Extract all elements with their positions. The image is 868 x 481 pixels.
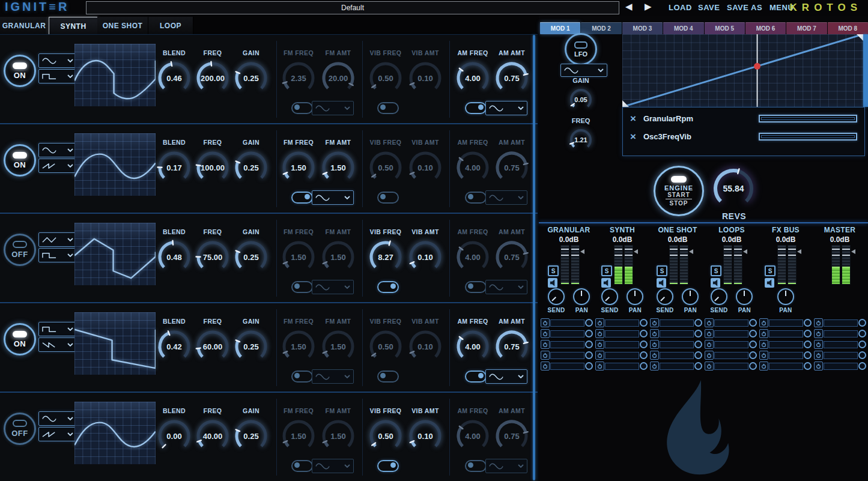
matrix-slider[interactable]	[550, 352, 584, 359]
level-fader[interactable]	[777, 245, 786, 285]
freq-knob[interactable]: 60.00	[194, 328, 231, 365]
lfo-gain-knob[interactable]: 0.05	[567, 86, 595, 113]
mod-graph-scrollbar[interactable]	[863, 34, 868, 107]
mod-tab-6[interactable]: MOD 6	[745, 22, 786, 34]
matrix-knob[interactable]	[640, 330, 648, 337]
matrix-knob[interactable]	[804, 319, 812, 327]
osc-panel-scrollbar[interactable]	[533, 35, 535, 480]
gain-knob[interactable]: 0.25	[232, 149, 270, 186]
fader-handle[interactable]	[734, 249, 742, 256]
mod-tab-7[interactable]: MOD 7	[786, 22, 827, 34]
am-amt-knob[interactable]: 0.75	[493, 238, 530, 276]
save-as-button[interactable]: SAVE AS	[727, 3, 762, 12]
fader-handle[interactable]	[724, 249, 732, 256]
curve-handle[interactable]	[622, 100, 629, 107]
wave2-select[interactable]	[38, 248, 77, 262]
fader-handle[interactable]	[670, 249, 678, 256]
vib-enable-toggle[interactable]	[377, 281, 399, 293]
matrix-slider[interactable]	[660, 319, 694, 327]
fm-enable-toggle[interactable]	[291, 281, 313, 293]
preset-prev-button[interactable]: ◀	[625, 1, 633, 12]
matrix-knob[interactable]	[640, 351, 648, 359]
tab-granular[interactable]: GRANULAR	[0, 17, 49, 34]
am-enable-toggle[interactable]	[465, 192, 487, 204]
matrix-knob[interactable]	[640, 362, 648, 370]
matrix-knob[interactable]	[804, 330, 812, 337]
am-enable-toggle[interactable]	[465, 371, 487, 383]
matrix-knob[interactable]	[804, 362, 812, 370]
matrix-knob[interactable]	[858, 362, 866, 370]
engine-start-stop-button[interactable]: ENGINE START STOP	[654, 166, 704, 216]
osc-power-toggle[interactable]: OFF	[4, 413, 36, 445]
matrix-slider[interactable]	[660, 352, 694, 359]
fm-wave-select[interactable]	[312, 280, 354, 294]
level-fader[interactable]	[733, 245, 742, 285]
tab-loop[interactable]: LOOP	[148, 17, 193, 34]
matrix-power-button[interactable]	[759, 318, 768, 327]
am-enable-toggle[interactable]	[465, 281, 487, 293]
level-fader[interactable]	[560, 245, 569, 285]
vib-freq-knob[interactable]: 0.50	[367, 149, 404, 186]
mute-button[interactable]	[657, 278, 666, 288]
vib-freq-knob[interactable]: 8.27	[367, 238, 404, 276]
matrix-slider[interactable]	[824, 319, 858, 327]
matrix-knob[interactable]	[858, 319, 866, 327]
level-fader[interactable]	[788, 245, 797, 285]
vib-freq-knob[interactable]: 0.50	[367, 417, 404, 455]
vib-amt-knob[interactable]: 0.10	[407, 238, 444, 276]
mod-tab-2[interactable]: MOD 2	[581, 22, 621, 34]
matrix-power-button[interactable]	[541, 318, 550, 327]
matrix-knob[interactable]	[858, 351, 866, 359]
send-knob[interactable]	[711, 288, 727, 305]
matrix-slider[interactable]	[714, 363, 748, 370]
freq-knob[interactable]: 75.00	[194, 238, 231, 276]
vib-enable-toggle[interactable]	[377, 460, 399, 472]
fader-handle[interactable]	[615, 249, 622, 256]
tab-synth[interactable]: SYNTH	[49, 17, 98, 35]
solo-button[interactable]: S	[548, 265, 559, 276]
wave2-select[interactable]	[38, 159, 77, 173]
matrix-slider[interactable]	[714, 352, 748, 359]
matrix-slider[interactable]	[824, 363, 858, 370]
level-fader[interactable]	[614, 245, 623, 285]
matrix-slider[interactable]	[550, 330, 584, 337]
remove-icon[interactable]: ×	[630, 132, 636, 142]
gain-knob[interactable]: 0.25	[232, 238, 270, 276]
remove-icon[interactable]: ×	[630, 113, 636, 124]
preset-selector[interactable]: Default	[86, 1, 619, 14]
wave2-select[interactable]	[38, 427, 77, 441]
pan-knob[interactable]	[573, 288, 590, 305]
fader-handle[interactable]	[625, 249, 633, 256]
matrix-slider[interactable]	[660, 363, 694, 370]
matrix-power-button[interactable]	[759, 351, 768, 360]
matrix-power-button[interactable]	[650, 362, 659, 371]
mod-tab-3[interactable]: MOD 3	[622, 22, 663, 34]
wave1-select[interactable]	[38, 143, 77, 157]
vib-amt-knob[interactable]: 0.10	[407, 417, 444, 455]
fader-handle[interactable]	[571, 249, 579, 256]
fm-wave-select[interactable]	[312, 101, 354, 115]
matrix-power-button[interactable]	[541, 340, 550, 349]
fm-wave-select[interactable]	[312, 190, 354, 205]
matrix-power-button[interactable]	[705, 329, 714, 338]
fm-amt-knob[interactable]: 1.50	[320, 238, 357, 276]
am-wave-select[interactable]	[485, 101, 527, 115]
mute-button[interactable]	[765, 278, 774, 288]
level-fader[interactable]	[669, 245, 678, 285]
mod-amount-slider[interactable]	[759, 133, 857, 141]
am-freq-knob[interactable]: 4.00	[454, 417, 491, 455]
wave1-select[interactable]	[38, 411, 77, 426]
vib-freq-knob[interactable]: 0.50	[367, 328, 404, 365]
matrix-power-button[interactable]	[650, 318, 659, 327]
fm-enable-toggle[interactable]	[291, 371, 313, 383]
matrix-slider[interactable]	[605, 363, 639, 370]
am-enable-toggle[interactable]	[465, 102, 487, 114]
fm-amt-knob[interactable]: 20.00	[320, 59, 357, 97]
fm-freq-knob[interactable]: 2.35	[280, 59, 317, 97]
mod-tab-1[interactable]: MOD 1	[540, 22, 580, 34]
vib-enable-toggle[interactable]	[377, 192, 399, 204]
level-fader[interactable]	[723, 245, 732, 285]
matrix-knob[interactable]	[749, 330, 757, 337]
send-knob[interactable]	[601, 288, 618, 305]
fader-handle[interactable]	[832, 249, 840, 256]
